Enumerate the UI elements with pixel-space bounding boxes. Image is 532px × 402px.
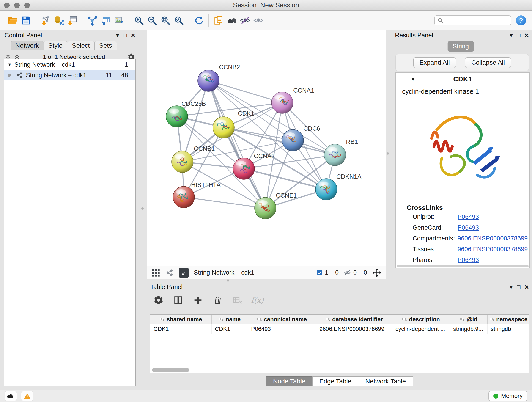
network-row-selected[interactable]: String Network – cdk1 11 48	[4, 70, 135, 80]
panel-close-icon[interactable]: ×	[131, 32, 135, 39]
refresh-icon[interactable]	[192, 14, 205, 27]
table-horizontal-scrollbar[interactable]	[152, 368, 190, 371]
eye-icon[interactable]	[252, 14, 265, 27]
zoom-in-icon[interactable]	[132, 14, 146, 27]
network-collection-row[interactable]: ▼ String Network – cdk1 1	[4, 59, 135, 70]
new-network-icon[interactable]	[86, 14, 99, 27]
zoom-fit-icon[interactable]	[159, 14, 172, 27]
tab-sets[interactable]: Sets	[94, 41, 117, 50]
node-CDC25B[interactable]	[166, 106, 188, 127]
memory-button[interactable]: Memory	[488, 391, 527, 401]
fit-selection-crosshair-icon[interactable]	[372, 268, 382, 278]
tab-string[interactable]: String	[448, 41, 474, 51]
table-cell[interactable]: stringdb	[488, 324, 529, 334]
warning-icon[interactable]	[21, 391, 33, 401]
card-scrollbar[interactable]	[397, 265, 529, 267]
hidden-count-badge: 0 – 0	[344, 269, 367, 276]
edge-HIST1H1A-CCNE1[interactable]	[184, 197, 265, 208]
panel-close-icon[interactable]: ×	[525, 32, 529, 39]
save-icon[interactable]	[19, 14, 32, 27]
network-from-image-icon[interactable]	[112, 14, 126, 27]
results-panel-title: Results Panel	[395, 32, 433, 39]
panel-menu-icon[interactable]: ▾	[510, 32, 513, 38]
table-cell[interactable]: stringdb:9...	[450, 324, 488, 334]
network-graph[interactable]: CCNB2CCNA1CDC25BCDK1CDC6RB1CCNB1CCNA2CDK…	[147, 30, 386, 266]
copy-document-icon[interactable]	[212, 14, 225, 27]
network-from-table-icon[interactable]	[99, 14, 112, 27]
cloud-icon[interactable]	[5, 391, 17, 401]
share-network-icon[interactable]	[165, 269, 174, 277]
node-CDC6[interactable]	[282, 129, 304, 151]
expand-all-button[interactable]: Expand All	[413, 57, 456, 68]
node-CCNA1[interactable]	[272, 92, 293, 114]
crosslink-link[interactable]: 9606.ENSP00000378699	[457, 246, 528, 253]
birdseye-grid-icon[interactable]	[151, 268, 160, 277]
panel-menu-icon[interactable]: ▾	[116, 32, 119, 38]
tab-style[interactable]: Style	[44, 41, 67, 50]
zoom-selected-icon[interactable]	[172, 14, 185, 27]
panel-float-icon[interactable]: □	[517, 284, 520, 290]
panel-menu-icon[interactable]: ▾	[510, 284, 513, 290]
table-cell[interactable]: cyclin-dependent ...	[392, 324, 450, 334]
clear-table-icon[interactable]	[231, 294, 243, 306]
edge-CCNB2-CCNA1[interactable]	[209, 81, 282, 103]
collapse-card-icon[interactable]: ▼	[410, 76, 416, 82]
horizontal-splitter[interactable]	[227, 279, 229, 282]
search-input[interactable]	[446, 17, 507, 24]
crosslink-link[interactable]: P06493	[457, 256, 479, 264]
table-cell[interactable]: P06493	[248, 324, 316, 334]
panel-close-icon[interactable]: ×	[525, 283, 529, 291]
tab-node-table[interactable]: Node Table	[266, 376, 312, 386]
edge-CCNB2-CCNE1[interactable]	[209, 81, 265, 208]
help-button[interactable]: ?	[516, 15, 526, 26]
column-header-shared-name[interactable]: shared name	[150, 315, 212, 324]
table-cell[interactable]: CDK1	[150, 324, 212, 334]
eye-crossed-icon[interactable]	[239, 14, 252, 27]
tab-edge-table[interactable]: Edge Table	[312, 376, 359, 386]
zoom-out-icon[interactable]	[146, 14, 159, 27]
show-columns-icon[interactable]	[172, 294, 184, 306]
panel-float-icon[interactable]: □	[517, 32, 520, 38]
crosslink-link[interactable]: P06493	[457, 213, 479, 220]
homes-icon[interactable]	[225, 14, 239, 27]
column-header-canonical-name[interactable]: canonical name	[248, 315, 316, 324]
panel-float-icon[interactable]: □	[123, 32, 127, 38]
add-column-icon[interactable]	[192, 294, 204, 306]
function-builder-icon[interactable]: f(x)	[251, 296, 264, 305]
hidden-eye-icon[interactable]	[344, 269, 351, 276]
crosslink-link[interactable]: 9606.ENSP00000378699	[457, 235, 528, 242]
node-CDK1[interactable]	[213, 117, 234, 138]
tab-network[interactable]: Network	[11, 41, 44, 50]
network-canvas[interactable]: CCNB2CCNA1CDC25BCDK1CDC6RB1CCNB1CCNA2CDK…	[147, 30, 386, 266]
column-header-database-identifier[interactable]: database identifier	[316, 315, 392, 324]
collapse-all-button[interactable]: Collapse All	[465, 57, 511, 68]
table-row[interactable]: CDK1CDK1P064939606.ENSP00000378699cyclin…	[150, 324, 529, 334]
vertical-splitter-left[interactable]	[141, 207, 144, 210]
node-CCNA2[interactable]	[233, 158, 254, 179]
column-header--id[interactable]: @id	[450, 315, 488, 324]
node-CDKN1A[interactable]	[316, 179, 337, 200]
import-network-file-icon[interactable]	[39, 14, 52, 27]
import-network-database-icon[interactable]	[52, 14, 66, 27]
node-HIST1H1A[interactable]	[173, 186, 195, 208]
node-RB1[interactable]	[324, 144, 346, 166]
node-CCNE1[interactable]	[254, 197, 276, 219]
crosslink-link[interactable]: P06493	[457, 224, 479, 231]
tree-expand-icon[interactable]: ▼	[7, 62, 12, 67]
vertical-splitter-right[interactable]	[387, 153, 389, 155]
node-CCNB1[interactable]	[172, 151, 193, 172]
selected-checkbox-icon[interactable]	[316, 269, 323, 276]
node-CCNB2[interactable]	[198, 70, 219, 91]
table-cell[interactable]: 9606.ENSP00000378699	[316, 324, 392, 334]
tab-network-table[interactable]: Network Table	[358, 376, 413, 386]
column-header-description[interactable]: description	[392, 315, 450, 324]
table-cell[interactable]: CDK1	[212, 324, 248, 334]
column-header-name[interactable]: name	[212, 315, 248, 324]
export-view-button[interactable]	[179, 268, 189, 278]
delete-column-icon[interactable]	[212, 294, 224, 306]
folder-open-icon[interactable]	[6, 14, 19, 27]
tab-select[interactable]: Select	[67, 41, 95, 50]
import-table-icon[interactable]	[66, 14, 79, 27]
table-gear-icon[interactable]	[152, 294, 165, 306]
column-header-namespace[interactable]: namespace	[488, 315, 529, 324]
